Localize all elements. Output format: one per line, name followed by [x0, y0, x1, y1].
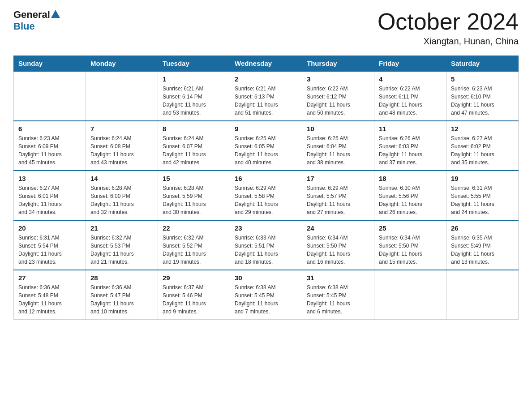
day-number: 14: [90, 175, 153, 182]
day-info: Sunrise: 6:32 AM Sunset: 5:52 PM Dayligh…: [163, 234, 225, 266]
calendar-cell: 17Sunrise: 6:29 AM Sunset: 5:57 PM Dayli…: [302, 171, 374, 220]
calendar-cell: 9Sunrise: 6:25 AM Sunset: 6:05 PM Daylig…: [230, 121, 302, 171]
calendar-cell: 12Sunrise: 6:27 AM Sunset: 6:02 PM Dayli…: [446, 121, 519, 171]
calendar-week-row: 27Sunrise: 6:36 AM Sunset: 5:48 PM Dayli…: [14, 270, 519, 320]
page-header: General Blue October 2024 Xiangtan, Huna…: [13, 9, 519, 47]
calendar-cell: 7Sunrise: 6:24 AM Sunset: 6:08 PM Daylig…: [86, 121, 158, 171]
calendar-cell: [86, 71, 158, 121]
day-header-thursday: Thursday: [302, 56, 374, 72]
calendar-cell: 31Sunrise: 6:38 AM Sunset: 5:45 PM Dayli…: [302, 270, 374, 320]
day-info: Sunrise: 6:32 AM Sunset: 5:53 PM Dayligh…: [90, 234, 153, 266]
calendar-cell: 6Sunrise: 6:23 AM Sunset: 6:09 PM Daylig…: [14, 121, 86, 171]
calendar-cell: 13Sunrise: 6:27 AM Sunset: 6:01 PM Dayli…: [14, 171, 86, 220]
day-number: 2: [235, 75, 297, 83]
day-info: Sunrise: 6:22 AM Sunset: 6:11 PM Dayligh…: [379, 85, 442, 117]
calendar-cell: 22Sunrise: 6:32 AM Sunset: 5:52 PM Dayli…: [158, 220, 230, 270]
day-info: Sunrise: 6:33 AM Sunset: 5:51 PM Dayligh…: [235, 234, 297, 266]
calendar-cell: 4Sunrise: 6:22 AM Sunset: 6:11 PM Daylig…: [374, 71, 446, 121]
calendar-cell: 21Sunrise: 6:32 AM Sunset: 5:53 PM Dayli…: [86, 220, 158, 270]
day-header-sunday: Sunday: [14, 56, 86, 72]
calendar-cell: 14Sunrise: 6:28 AM Sunset: 6:00 PM Dayli…: [86, 171, 158, 220]
day-info: Sunrise: 6:37 AM Sunset: 5:46 PM Dayligh…: [163, 283, 225, 316]
day-info: Sunrise: 6:26 AM Sunset: 6:03 PM Dayligh…: [379, 134, 442, 167]
day-info: Sunrise: 6:23 AM Sunset: 6:09 PM Dayligh…: [18, 134, 81, 167]
calendar-cell: 27Sunrise: 6:36 AM Sunset: 5:48 PM Dayli…: [14, 270, 86, 320]
logo: General Blue: [13, 9, 60, 32]
calendar-cell: 10Sunrise: 6:25 AM Sunset: 6:04 PM Dayli…: [302, 121, 374, 171]
day-number: 1: [163, 75, 225, 83]
day-header-wednesday: Wednesday: [230, 56, 302, 72]
day-info: Sunrise: 6:23 AM Sunset: 6:10 PM Dayligh…: [451, 85, 514, 117]
day-number: 31: [307, 274, 369, 282]
day-number: 7: [90, 125, 153, 133]
calendar-cell: 23Sunrise: 6:33 AM Sunset: 5:51 PM Dayli…: [230, 220, 302, 270]
day-number: 25: [379, 224, 442, 232]
day-info: Sunrise: 6:34 AM Sunset: 5:50 PM Dayligh…: [307, 234, 369, 266]
day-info: Sunrise: 6:25 AM Sunset: 6:04 PM Dayligh…: [307, 134, 369, 167]
calendar-week-row: 13Sunrise: 6:27 AM Sunset: 6:01 PM Dayli…: [14, 171, 519, 220]
day-number: 24: [307, 224, 369, 232]
day-info: Sunrise: 6:29 AM Sunset: 5:57 PM Dayligh…: [307, 184, 369, 216]
day-info: Sunrise: 6:25 AM Sunset: 6:05 PM Dayligh…: [235, 134, 297, 167]
day-info: Sunrise: 6:36 AM Sunset: 5:47 PM Dayligh…: [90, 283, 153, 316]
calendar-week-row: 1Sunrise: 6:21 AM Sunset: 6:14 PM Daylig…: [14, 71, 519, 121]
day-info: Sunrise: 6:35 AM Sunset: 5:49 PM Dayligh…: [451, 234, 514, 266]
day-info: Sunrise: 6:28 AM Sunset: 5:59 PM Dayligh…: [163, 184, 225, 216]
day-info: Sunrise: 6:24 AM Sunset: 6:08 PM Dayligh…: [90, 134, 153, 167]
day-number: 15: [163, 175, 225, 182]
day-info: Sunrise: 6:22 AM Sunset: 6:12 PM Dayligh…: [307, 85, 369, 117]
calendar-cell: 15Sunrise: 6:28 AM Sunset: 5:59 PM Dayli…: [158, 171, 230, 220]
calendar-cell: 26Sunrise: 6:35 AM Sunset: 5:49 PM Dayli…: [446, 220, 519, 270]
logo-blue-text: Blue: [13, 21, 35, 32]
day-number: 6: [18, 125, 81, 133]
day-number: 5: [451, 75, 514, 83]
day-number: 27: [18, 274, 81, 282]
day-number: 13: [18, 175, 81, 182]
day-number: 17: [307, 175, 369, 182]
calendar-table: SundayMondayTuesdayWednesdayThursdayFrid…: [13, 56, 519, 320]
calendar-cell: 18Sunrise: 6:30 AM Sunset: 5:56 PM Dayli…: [374, 171, 446, 220]
calendar-header-row: SundayMondayTuesdayWednesdayThursdayFrid…: [14, 56, 519, 72]
calendar-cell: 11Sunrise: 6:26 AM Sunset: 6:03 PM Dayli…: [374, 121, 446, 171]
day-number: 9: [235, 125, 297, 133]
day-info: Sunrise: 6:24 AM Sunset: 6:07 PM Dayligh…: [163, 134, 225, 167]
day-number: 11: [379, 125, 442, 133]
logo-general-text: General: [13, 9, 50, 21]
calendar-cell: 20Sunrise: 6:31 AM Sunset: 5:54 PM Dayli…: [14, 220, 86, 270]
day-number: 20: [18, 224, 81, 232]
title-area: October 2024 Xiangtan, Hunan, China: [378, 9, 519, 47]
calendar-cell: 25Sunrise: 6:34 AM Sunset: 5:50 PM Dayli…: [374, 220, 446, 270]
day-info: Sunrise: 6:30 AM Sunset: 5:56 PM Dayligh…: [379, 184, 442, 216]
day-header-saturday: Saturday: [446, 56, 519, 72]
calendar-week-row: 6Sunrise: 6:23 AM Sunset: 6:09 PM Daylig…: [14, 121, 519, 171]
day-info: Sunrise: 6:21 AM Sunset: 6:13 PM Dayligh…: [235, 85, 297, 117]
day-number: 18: [379, 175, 442, 182]
day-number: 29: [163, 274, 225, 282]
calendar-cell: 30Sunrise: 6:38 AM Sunset: 5:45 PM Dayli…: [230, 270, 302, 320]
day-number: 12: [451, 125, 514, 133]
calendar-cell: 5Sunrise: 6:23 AM Sunset: 6:10 PM Daylig…: [446, 71, 519, 121]
day-number: 23: [235, 224, 297, 232]
day-info: Sunrise: 6:27 AM Sunset: 6:01 PM Dayligh…: [18, 184, 81, 216]
calendar-cell: 29Sunrise: 6:37 AM Sunset: 5:46 PM Dayli…: [158, 270, 230, 320]
day-number: 3: [307, 75, 369, 83]
calendar-cell: [374, 270, 446, 320]
day-number: 28: [90, 274, 153, 282]
calendar-cell: 24Sunrise: 6:34 AM Sunset: 5:50 PM Dayli…: [302, 220, 374, 270]
day-header-monday: Monday: [86, 56, 158, 72]
day-info: Sunrise: 6:38 AM Sunset: 5:45 PM Dayligh…: [235, 283, 297, 316]
day-number: 21: [90, 224, 153, 232]
day-info: Sunrise: 6:21 AM Sunset: 6:14 PM Dayligh…: [163, 85, 225, 117]
day-header-tuesday: Tuesday: [158, 56, 230, 72]
day-number: 26: [451, 224, 514, 232]
calendar-cell: [14, 71, 86, 121]
day-info: Sunrise: 6:34 AM Sunset: 5:50 PM Dayligh…: [379, 234, 442, 266]
month-title: October 2024: [378, 9, 519, 34]
day-info: Sunrise: 6:31 AM Sunset: 5:54 PM Dayligh…: [18, 234, 81, 266]
calendar-cell: 3Sunrise: 6:22 AM Sunset: 6:12 PM Daylig…: [302, 71, 374, 121]
day-number: 4: [379, 75, 442, 83]
day-info: Sunrise: 6:38 AM Sunset: 5:45 PM Dayligh…: [307, 283, 369, 316]
day-number: 19: [451, 175, 514, 182]
day-header-friday: Friday: [374, 56, 446, 72]
day-number: 10: [307, 125, 369, 133]
